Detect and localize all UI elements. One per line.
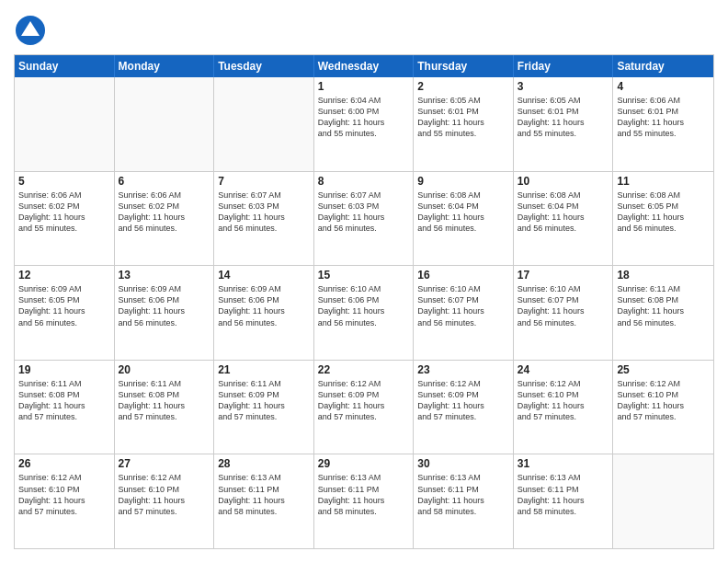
cell-date: 13	[119, 269, 210, 282]
cell-date: 10	[518, 175, 609, 188]
cell-date: 15	[318, 269, 410, 282]
cell-date: 8	[318, 175, 410, 188]
cell-date: 1	[318, 80, 410, 93]
cell-date: 25	[617, 363, 710, 376]
calendar-cell	[15, 77, 115, 171]
calendar-body: 1Sunrise: 6:04 AM Sunset: 6:00 PM Daylig…	[15, 77, 713, 548]
header-cell-friday: Friday	[514, 55, 614, 77]
cell-info: Sunrise: 6:12 AM Sunset: 6:10 PM Dayligh…	[518, 378, 609, 423]
calendar-cell: 16Sunrise: 6:10 AM Sunset: 6:07 PM Dayli…	[414, 266, 514, 360]
cell-date: 22	[318, 363, 410, 376]
calendar-cell	[115, 77, 215, 171]
calendar-cell: 24Sunrise: 6:12 AM Sunset: 6:10 PM Dayli…	[514, 361, 614, 454]
calendar-cell: 22Sunrise: 6:12 AM Sunset: 6:09 PM Dayli…	[314, 361, 415, 454]
calendar-row-3: 12Sunrise: 6:09 AM Sunset: 6:05 PM Dayli…	[15, 266, 713, 361]
cell-date: 21	[218, 363, 310, 376]
cell-info: Sunrise: 6:09 AM Sunset: 6:05 PM Dayligh…	[18, 283, 110, 328]
cell-date: 4	[617, 80, 710, 93]
header-cell-thursday: Thursday	[414, 55, 514, 77]
cell-info: Sunrise: 6:06 AM Sunset: 6:02 PM Dayligh…	[119, 190, 210, 235]
cell-date: 11	[617, 175, 710, 188]
cell-date: 7	[218, 175, 310, 188]
cell-info: Sunrise: 6:06 AM Sunset: 6:01 PM Dayligh…	[617, 95, 710, 140]
cell-date: 9	[417, 175, 509, 188]
calendar-cell: 30Sunrise: 6:13 AM Sunset: 6:11 PM Dayli…	[414, 454, 514, 548]
header-cell-sunday: Sunday	[15, 55, 115, 77]
cell-info: Sunrise: 6:05 AM Sunset: 6:01 PM Dayligh…	[417, 95, 509, 140]
calendar-row-5: 26Sunrise: 6:12 AM Sunset: 6:10 PM Dayli…	[15, 454, 713, 548]
cell-date: 29	[318, 457, 410, 470]
header-cell-tuesday: Tuesday	[214, 55, 314, 77]
cell-date: 12	[18, 269, 110, 282]
calendar-cell: 19Sunrise: 6:11 AM Sunset: 6:08 PM Dayli…	[15, 361, 115, 454]
calendar-cell	[613, 454, 713, 548]
calendar-cell: 14Sunrise: 6:09 AM Sunset: 6:06 PM Dayli…	[214, 266, 314, 360]
calendar-cell: 2Sunrise: 6:05 AM Sunset: 6:01 PM Daylig…	[414, 77, 514, 171]
cell-date: 16	[417, 269, 509, 282]
cell-date: 28	[218, 457, 310, 470]
cell-info: Sunrise: 6:08 AM Sunset: 6:04 PM Dayligh…	[518, 190, 609, 235]
cell-date: 19	[18, 363, 110, 376]
cell-date: 27	[119, 457, 210, 470]
calendar-cell: 1Sunrise: 6:04 AM Sunset: 6:00 PM Daylig…	[314, 77, 415, 171]
calendar-cell: 20Sunrise: 6:11 AM Sunset: 6:08 PM Dayli…	[115, 361, 215, 454]
calendar-cell: 31Sunrise: 6:13 AM Sunset: 6:11 PM Dayli…	[514, 454, 614, 548]
cell-date: 2	[417, 80, 509, 93]
cell-date: 24	[518, 363, 609, 376]
cell-date: 23	[417, 363, 509, 376]
calendar-cell: 11Sunrise: 6:08 AM Sunset: 6:05 PM Dayli…	[613, 172, 713, 266]
cell-info: Sunrise: 6:06 AM Sunset: 6:02 PM Dayligh…	[18, 190, 110, 235]
cell-date: 5	[18, 175, 110, 188]
cell-date: 26	[18, 457, 110, 470]
calendar-cell: 25Sunrise: 6:12 AM Sunset: 6:10 PM Dayli…	[613, 361, 713, 454]
cell-info: Sunrise: 6:10 AM Sunset: 6:07 PM Dayligh…	[518, 283, 609, 328]
cell-date: 31	[518, 457, 609, 470]
calendar-cell: 26Sunrise: 6:12 AM Sunset: 6:10 PM Dayli…	[15, 454, 115, 548]
calendar-cell: 15Sunrise: 6:10 AM Sunset: 6:06 PM Dayli…	[314, 266, 415, 360]
cell-info: Sunrise: 6:12 AM Sunset: 6:09 PM Dayligh…	[417, 378, 509, 423]
calendar-cell: 4Sunrise: 6:06 AM Sunset: 6:01 PM Daylig…	[613, 77, 713, 171]
calendar-row-1: 1Sunrise: 6:04 AM Sunset: 6:00 PM Daylig…	[15, 77, 713, 172]
calendar-header-row: SundayMondayTuesdayWednesdayThursdayFrid…	[15, 55, 713, 77]
cell-info: Sunrise: 6:07 AM Sunset: 6:03 PM Dayligh…	[218, 190, 310, 235]
cell-date: 18	[617, 269, 710, 282]
calendar-cell: 10Sunrise: 6:08 AM Sunset: 6:04 PM Dayli…	[514, 172, 614, 266]
calendar-cell: 5Sunrise: 6:06 AM Sunset: 6:02 PM Daylig…	[15, 172, 115, 266]
calendar-cell: 8Sunrise: 6:07 AM Sunset: 6:03 PM Daylig…	[314, 172, 415, 266]
cell-info: Sunrise: 6:13 AM Sunset: 6:11 PM Dayligh…	[318, 472, 410, 517]
cell-info: Sunrise: 6:04 AM Sunset: 6:00 PM Dayligh…	[318, 95, 410, 140]
cell-info: Sunrise: 6:11 AM Sunset: 6:09 PM Dayligh…	[218, 378, 310, 423]
calendar-cell: 7Sunrise: 6:07 AM Sunset: 6:03 PM Daylig…	[214, 172, 314, 266]
page: SundayMondayTuesdayWednesdayThursdayFrid…	[0, 0, 728, 563]
cell-info: Sunrise: 6:08 AM Sunset: 6:05 PM Dayligh…	[617, 190, 710, 235]
cell-info: Sunrise: 6:11 AM Sunset: 6:08 PM Dayligh…	[18, 378, 110, 423]
calendar-cell: 13Sunrise: 6:09 AM Sunset: 6:06 PM Dayli…	[115, 266, 215, 360]
calendar-cell: 9Sunrise: 6:08 AM Sunset: 6:04 PM Daylig…	[414, 172, 514, 266]
header	[14, 14, 714, 47]
cell-date: 20	[119, 363, 210, 376]
header-cell-monday: Monday	[115, 55, 215, 77]
cell-info: Sunrise: 6:12 AM Sunset: 6:10 PM Dayligh…	[617, 378, 710, 423]
calendar-cell: 29Sunrise: 6:13 AM Sunset: 6:11 PM Dayli…	[314, 454, 415, 548]
calendar-cell: 3Sunrise: 6:05 AM Sunset: 6:01 PM Daylig…	[514, 77, 614, 171]
calendar-cell: 28Sunrise: 6:13 AM Sunset: 6:11 PM Dayli…	[214, 454, 314, 548]
cell-date: 3	[518, 80, 609, 93]
header-cell-wednesday: Wednesday	[314, 55, 415, 77]
cell-info: Sunrise: 6:12 AM Sunset: 6:09 PM Dayligh…	[318, 378, 410, 423]
calendar-cell: 18Sunrise: 6:11 AM Sunset: 6:08 PM Dayli…	[613, 266, 713, 360]
cell-info: Sunrise: 6:13 AM Sunset: 6:11 PM Dayligh…	[417, 472, 509, 517]
cell-date: 17	[518, 269, 609, 282]
logo	[14, 14, 51, 47]
calendar-cell: 17Sunrise: 6:10 AM Sunset: 6:07 PM Dayli…	[514, 266, 614, 360]
cell-info: Sunrise: 6:11 AM Sunset: 6:08 PM Dayligh…	[617, 283, 710, 328]
cell-info: Sunrise: 6:12 AM Sunset: 6:10 PM Dayligh…	[119, 472, 210, 517]
header-cell-saturday: Saturday	[613, 55, 713, 77]
cell-info: Sunrise: 6:09 AM Sunset: 6:06 PM Dayligh…	[218, 283, 310, 328]
cell-date: 14	[218, 269, 310, 282]
calendar: SundayMondayTuesdayWednesdayThursdayFrid…	[14, 54, 714, 549]
calendar-cell: 6Sunrise: 6:06 AM Sunset: 6:02 PM Daylig…	[115, 172, 215, 266]
cell-info: Sunrise: 6:13 AM Sunset: 6:11 PM Dayligh…	[518, 472, 609, 517]
calendar-cell: 12Sunrise: 6:09 AM Sunset: 6:05 PM Dayli…	[15, 266, 115, 360]
cell-info: Sunrise: 6:12 AM Sunset: 6:10 PM Dayligh…	[18, 472, 110, 517]
calendar-cell: 23Sunrise: 6:12 AM Sunset: 6:09 PM Dayli…	[414, 361, 514, 454]
